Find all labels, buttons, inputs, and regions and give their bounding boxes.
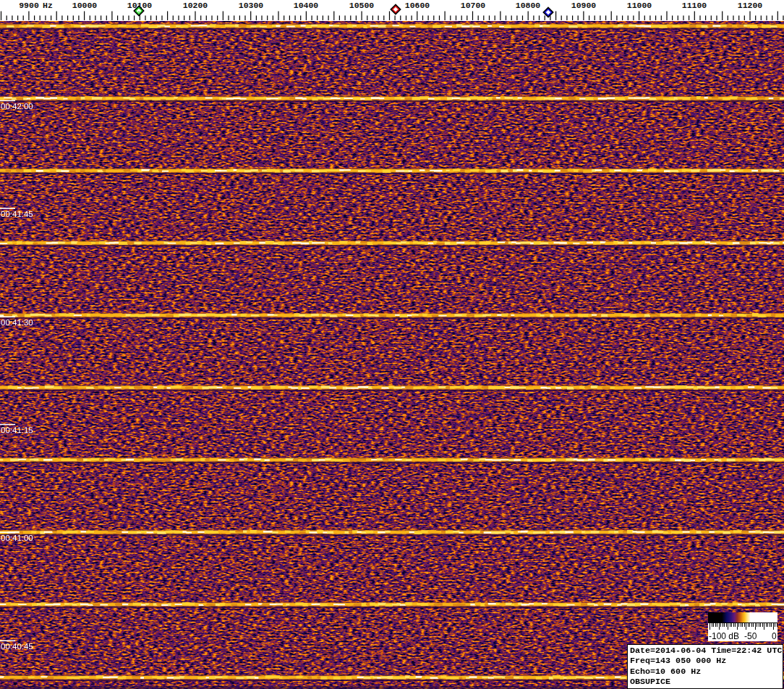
svg-text:11000: 11000	[627, 1, 652, 10]
svg-text:00:41:15: 00:41:15	[1, 426, 33, 435]
svg-text:Hz: Hz	[43, 1, 53, 10]
svg-text:00:41:45: 00:41:45	[1, 210, 33, 218]
svg-text:00:42:00: 00:42:00	[1, 102, 33, 111]
svg-text:00:41:30: 00:41:30	[1, 318, 33, 327]
svg-text:10400: 10400	[294, 1, 319, 10]
svg-text:10500: 10500	[349, 1, 375, 10]
svg-text:00:41:00: 00:41:00	[1, 534, 33, 542]
svg-text:11200: 11200	[738, 1, 763, 10]
svg-text:9900: 9900	[19, 1, 39, 10]
svg-text:10600: 10600	[405, 1, 430, 10]
svg-text:10200: 10200	[183, 1, 208, 10]
svg-text:10800: 10800	[516, 1, 541, 10]
svg-text:11100: 11100	[682, 1, 707, 10]
svg-text:10000: 10000	[72, 1, 98, 10]
svg-text:10700: 10700	[461, 1, 486, 10]
svg-text:10900: 10900	[571, 1, 597, 10]
svg-text:10300: 10300	[239, 1, 264, 10]
svg-text:00:40:45: 00:40:45	[1, 642, 33, 651]
